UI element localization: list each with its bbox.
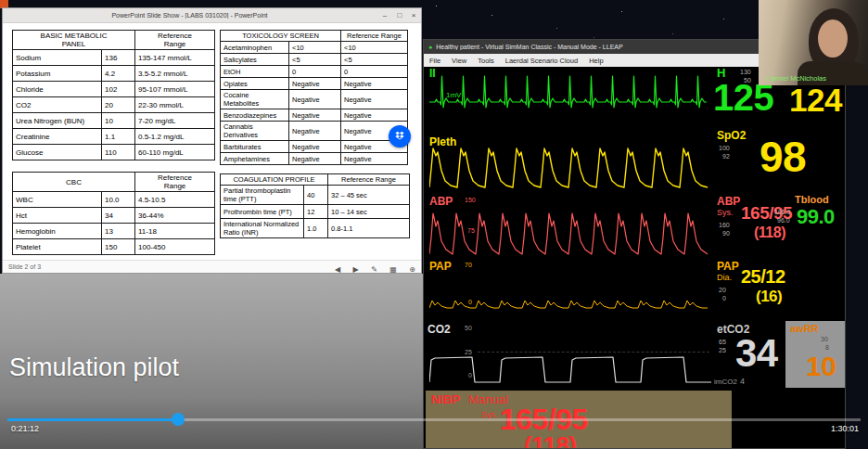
menu-item-tools[interactable]: Tools (472, 57, 500, 65)
table-cell: <5 (341, 54, 408, 66)
menu-item-laerdal-scenario-cloud[interactable]: Laerdal Scenario Cloud (500, 57, 583, 65)
table-cell: Negative (289, 109, 341, 122)
table-cell: International Normalized Ratio (INR) (221, 219, 304, 238)
co2-waveform (429, 327, 713, 386)
table-cell: 0.5-1.2 mg/dL (135, 129, 215, 145)
awrr-value: 10 (806, 353, 836, 380)
progress-handle[interactable] (172, 413, 185, 426)
menu-item-file[interactable]: File (424, 57, 446, 65)
slideshow-toolbar: ◀ ▶ ✎ ▦ ⊕ (326, 259, 415, 276)
table-cell: Chloride (13, 82, 102, 97)
table-cell: 4.5-10.5 (135, 192, 215, 208)
table-cell: 1.1 (102, 129, 135, 145)
table-cell: Benzodiazepines (221, 109, 289, 122)
powerpoint-window: PowerPoint Slide Show - [LABS 031020] - … (2, 7, 422, 274)
table-row: WBC10.04.5-10.5 (13, 192, 215, 208)
table-cell: Creatinine (13, 129, 102, 145)
slide-area: BASIC METABOLIC PANEL Reference Range So… (3, 23, 421, 261)
screen: PowerPoint Slide Show - [LABS 031020] - … (0, 0, 868, 449)
monitor-window-title: Healthy patient - Virtual SimMan Classic… (436, 44, 622, 50)
restore-button[interactable]: □ (393, 9, 406, 21)
table-cell: Urea Nitrogen (BUN) (13, 113, 102, 129)
video-progress-bar[interactable] (7, 418, 861, 421)
spo2-value: 98 (760, 135, 806, 178)
table-row: Salicylates<5<5 (221, 54, 408, 66)
table-cell: Salicylates (221, 54, 289, 66)
next-slide-button[interactable]: ▶ (353, 265, 359, 274)
menu-item-view[interactable]: View (446, 57, 472, 65)
abp-mean: (118) (754, 225, 785, 240)
close-button[interactable]: × (407, 9, 420, 21)
basic-metabolic-panel-table: BASIC METABOLIC PANEL Reference Range So… (12, 30, 215, 160)
total-duration: 1:30:01 (831, 424, 859, 433)
previous-slide-button[interactable]: ◀ (335, 265, 340, 274)
awrr-limit-high: 30 (821, 336, 828, 342)
pap-limit-high: 20 (719, 287, 726, 293)
table-row: BarbituratesNegativeNegative (221, 141, 408, 153)
zoom-slide-icon[interactable]: ⊕ (409, 265, 415, 274)
table-cell: 135-147 mmol/L (135, 50, 215, 66)
table-cell: Hct (13, 208, 102, 224)
powerpoint-statusbar: Slide 2 of 3 ◀ ▶ ✎ ▦ ⊕ (3, 260, 421, 273)
table-cell: 136 (102, 50, 135, 66)
tblood-label: Tblood (795, 195, 829, 205)
table-cell: Negative (289, 78, 341, 90)
pulse-value: 124 (789, 83, 842, 116)
table-cell: Platelet (13, 239, 102, 255)
table-cell: Barbiturates (221, 141, 289, 153)
abp-limit-high: 160 (719, 222, 730, 228)
spo2-limit-high: 100 (719, 145, 730, 151)
imco2-value: 4 (740, 378, 745, 386)
table-cell: WBC (13, 192, 102, 208)
table-cell: 13 (102, 224, 135, 239)
table-row: OpiatesNegativeNegative (221, 78, 408, 90)
table-cell: <10 (341, 42, 408, 54)
table-cell: 1.0 (304, 219, 328, 238)
dropbox-icon[interactable] (389, 125, 411, 148)
table-ref-header: Reference Range (135, 31, 215, 50)
table-cell: 32 – 45 sec (328, 186, 410, 205)
table-row: AmphetaminesNegativeNegative (221, 153, 408, 165)
nibp-mean: (118) (524, 433, 577, 448)
table-cell: 10 (102, 113, 135, 129)
patient-status-icon: ● (428, 44, 432, 50)
table-cell: 3.5-5.2 mmol/L (135, 66, 215, 82)
patient-monitor-window: ● Healthy patient - Virtual SimMan Class… (423, 39, 846, 449)
spo2-limit-low: 92 (722, 153, 730, 160)
table-cell: 4.2 (102, 66, 135, 82)
table-cell: Negative (341, 90, 408, 109)
table-cell: Negative (289, 141, 341, 153)
table-cell: 102 (102, 82, 135, 97)
ecg-waveform (429, 67, 713, 126)
table-title: COAGULATION PROFILE (221, 174, 328, 186)
table-title: BASIC METABOLIC PANEL (13, 31, 135, 50)
menu-item-help[interactable]: Help (583, 57, 608, 65)
table-cell: Negative (289, 122, 341, 141)
table-cell: 7-20 mg/dL (135, 113, 215, 129)
abp-limit-low: 90 (722, 230, 730, 237)
table-cell: 34 (102, 208, 135, 224)
video-title: Simulation pilot (9, 353, 179, 382)
window-title: PowerPoint Slide Show - [LABS 031020] - … (3, 12, 377, 19)
progress-played (7, 418, 178, 421)
table-cell: 100-450 (135, 239, 215, 255)
etco2-limit-high: 65 (719, 339, 726, 345)
pap-label: PAP (717, 261, 739, 272)
minimize-button[interactable]: – (378, 9, 391, 21)
pen-tool-icon[interactable]: ✎ (371, 265, 377, 274)
table-row: Chloride10295-107 mmol/L (13, 82, 215, 97)
table-cell: <10 (289, 42, 341, 54)
video-player-overlay: Simulation pilot (0, 274, 423, 449)
person-face (818, 19, 848, 58)
powerpoint-titlebar[interactable]: PowerPoint Slide Show - [LABS 031020] - … (3, 8, 421, 23)
table-row: Cocaine MetabolitesNegativeNegative (221, 90, 408, 109)
table-row: Hemoglobin1311-18 (13, 224, 215, 239)
tblood-limit-low: 96.0 (777, 217, 790, 224)
pleth-waveform (429, 135, 713, 193)
table-cell: 40 (304, 186, 328, 205)
pap-sublabel: Dia. (717, 274, 732, 282)
see-all-slides-icon[interactable]: ▦ (389, 265, 397, 274)
table-cell: 110 (102, 145, 135, 160)
table-row: Glucose11060-110 mg/dL (13, 145, 215, 160)
dropbox-glyph (393, 130, 406, 143)
